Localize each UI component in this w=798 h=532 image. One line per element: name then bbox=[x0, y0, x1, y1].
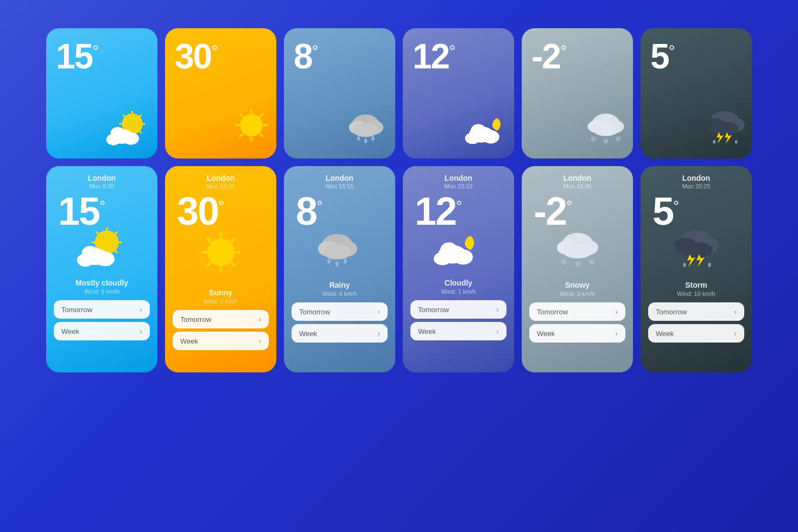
arrow-icon: › bbox=[734, 307, 737, 316]
tomorrow-button[interactable]: Tomorrow › bbox=[54, 300, 150, 319]
wind: Wind: 2 km/h bbox=[203, 298, 238, 305]
week-button[interactable]: Week › bbox=[54, 322, 150, 340]
tomorrow-button[interactable]: Tomorrow › bbox=[410, 300, 506, 319]
tomorrow-button[interactable]: Tomorrow › bbox=[173, 310, 269, 328]
tomorrow-button[interactable]: Tomorrow › bbox=[648, 302, 744, 321]
weather-icon bbox=[550, 225, 605, 277]
arrow-icon: › bbox=[258, 337, 261, 345]
week-label: Week bbox=[656, 330, 674, 338]
wind: Wind: 1 km/h bbox=[441, 288, 476, 295]
buttons: Tomorrow › Week › bbox=[292, 302, 388, 343]
bottom-card-4: London Mon 18:45 -2° Snowy Wind: 3 km/h … bbox=[522, 166, 633, 372]
weather-icon bbox=[344, 107, 392, 153]
week-label: Week bbox=[418, 327, 436, 335]
tomorrow-label: Tomorrow bbox=[180, 315, 211, 324]
arrow-icon: › bbox=[140, 305, 142, 314]
card-location: London bbox=[207, 174, 235, 182]
condition: Snowy bbox=[565, 281, 590, 289]
temp-display: -2° bbox=[531, 39, 567, 74]
top-card-5: 5° bbox=[641, 28, 752, 159]
top-card-2: 8° bbox=[284, 28, 395, 159]
cards-grid: 15° 30° 8° 12° -2° 5° London Mon 8:30 15… bbox=[46, 28, 752, 372]
temp-display: 5° bbox=[650, 39, 675, 74]
week-button[interactable]: Week › bbox=[410, 322, 506, 340]
arrow-icon: › bbox=[377, 329, 380, 338]
card-time: Mon 20:25 bbox=[682, 183, 711, 189]
arrow-icon: › bbox=[734, 329, 737, 338]
arrow-icon: › bbox=[496, 305, 499, 314]
tomorrow-label: Tomorrow bbox=[299, 308, 330, 316]
weather-icon bbox=[701, 107, 749, 153]
buttons: Tomorrow › Week › bbox=[648, 302, 744, 343]
top-cards-row: 15° 30° 8° 12° -2° 5° bbox=[46, 28, 752, 159]
arrow-icon: › bbox=[377, 307, 380, 316]
card-location: London bbox=[563, 174, 591, 182]
arrow-icon: › bbox=[615, 329, 618, 338]
tomorrow-label: Tomorrow bbox=[656, 308, 687, 316]
tomorrow-label: Tomorrow bbox=[61, 306, 92, 314]
temp-display: 8° bbox=[294, 39, 319, 74]
arrow-icon: › bbox=[615, 307, 618, 316]
week-button[interactable]: Week › bbox=[173, 332, 269, 350]
week-button[interactable]: Week › bbox=[648, 324, 744, 343]
card-location: London bbox=[326, 174, 353, 182]
wind: Wind: 5 km/h bbox=[84, 288, 119, 295]
tomorrow-button[interactable]: Tomorrow › bbox=[292, 302, 388, 321]
week-button[interactable]: Week › bbox=[292, 324, 388, 343]
arrow-icon: › bbox=[140, 327, 142, 335]
weather-icon bbox=[582, 107, 630, 153]
temp-display: 15° bbox=[56, 39, 99, 74]
weather-icon bbox=[195, 225, 247, 285]
bottom-card-5: London Mon 20:25 5° Storm Wind: 10 km/h … bbox=[641, 166, 752, 372]
buttons: Tomorrow › Week › bbox=[173, 310, 269, 350]
card-time: Mon 15:15 bbox=[326, 183, 354, 189]
wind: Wind: 10 km/h bbox=[677, 290, 715, 297]
weather-icon bbox=[72, 225, 132, 275]
bottom-card-3: London Mon 23:10 12° Cloudly Wind: 1 km/… bbox=[403, 166, 514, 372]
weather-icon bbox=[432, 225, 486, 275]
bottom-card-0: London Mon 8:30 15° Mostly cloudly Wind:… bbox=[46, 166, 157, 372]
weather-icon bbox=[313, 225, 367, 277]
bottom-card-2: London Mon 15:15 8° Rainy Wind: 4 km/h T… bbox=[284, 166, 395, 372]
buttons: Tomorrow › Week › bbox=[529, 302, 625, 343]
tomorrow-label: Tomorrow bbox=[418, 306, 449, 314]
top-card-1: 30° bbox=[165, 28, 276, 159]
top-card-4: -2° bbox=[522, 28, 633, 159]
condition: Rainy bbox=[329, 281, 350, 289]
top-card-0: 15° bbox=[46, 28, 157, 159]
top-card-3: 12° bbox=[403, 28, 514, 159]
weather-icon bbox=[230, 103, 273, 153]
week-label: Week bbox=[299, 330, 317, 338]
buttons: Tomorrow › Week › bbox=[54, 300, 150, 340]
temp-display: 12° bbox=[413, 39, 455, 74]
week-label: Week bbox=[180, 337, 198, 345]
card-time: Mon 23:10 bbox=[445, 183, 473, 189]
week-label: Week bbox=[61, 327, 79, 335]
card-time: Mon 8:30 bbox=[90, 183, 115, 189]
arrow-icon: › bbox=[258, 315, 261, 324]
weather-icon bbox=[102, 109, 154, 153]
wind: Wind: 4 km/h bbox=[322, 290, 357, 297]
weather-icon bbox=[669, 225, 724, 277]
wind: Wind: 3 km/h bbox=[560, 290, 594, 297]
card-time: Mon 18:45 bbox=[563, 183, 592, 189]
condition: Mostly cloudly bbox=[75, 278, 128, 287]
card-time: Mon 12:00 bbox=[207, 183, 235, 189]
tomorrow-label: Tomorrow bbox=[537, 308, 568, 316]
card-location: London bbox=[682, 174, 710, 182]
condition: Cloudly bbox=[445, 278, 472, 287]
weather-icon bbox=[463, 109, 511, 153]
arrow-icon: › bbox=[496, 327, 499, 335]
week-button[interactable]: Week › bbox=[529, 324, 625, 343]
bottom-cards-row: London Mon 8:30 15° Mostly cloudly Wind:… bbox=[46, 166, 752, 372]
card-location: London bbox=[445, 174, 472, 182]
condition: Sunny bbox=[209, 288, 232, 297]
tomorrow-button[interactable]: Tomorrow › bbox=[529, 302, 625, 321]
temp-display: 30° bbox=[175, 39, 218, 74]
buttons: Tomorrow › Week › bbox=[410, 300, 506, 340]
card-location: London bbox=[88, 174, 116, 182]
bottom-card-1: London Mon 12:00 30° Sunny Wind: 2 km/h … bbox=[165, 166, 276, 372]
week-label: Week bbox=[537, 330, 555, 338]
condition: Storm bbox=[685, 281, 707, 289]
